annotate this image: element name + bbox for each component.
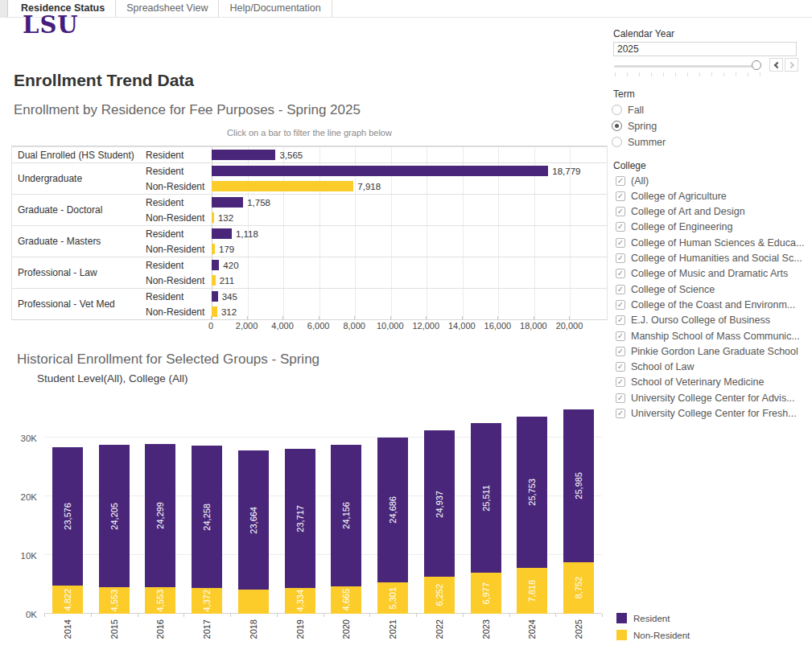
residence-type-label[interactable]: Non-Resident [146,306,212,318]
hist-bar-nonresident-segment[interactable]: 8,752 [563,562,594,614]
tab-help-documentation[interactable]: Help/Documentation [219,0,332,17]
row-group-header[interactable]: Dual Enrolled (HS Student) [12,147,146,162]
hist-bar-nonresident-segment[interactable]: 6,977 [471,573,501,614]
residence-type-label[interactable]: Resident [146,197,212,208]
historical-chart: 0K10K20K30K23,5764,82224,2054,55324,2994… [44,394,602,614]
hist-bar[interactable]: 25,7537,818 [517,417,547,614]
hist-bar-resident-segment[interactable]: 25,753 [517,417,547,568]
residence-type-label[interactable]: Non-Resident [146,181,212,192]
hist-bar-resident-segment[interactable]: 23,664 [238,450,269,590]
residence-bar[interactable] [212,166,548,176]
college-checkbox-item[interactable]: ✓E.J. Ourso College of Business [616,314,770,327]
residence-bar[interactable] [212,306,217,317]
row-group-header[interactable]: Undergraduate [12,163,146,194]
hist-bar[interactable]: 24,2054,553 [99,445,130,614]
residence-type-label[interactable]: Resident [146,260,212,271]
hist-bar-nonresident-segment[interactable]: 6,252 [424,577,455,614]
residence-type-label[interactable]: Resident [146,291,212,302]
hist-bar[interactable]: 24,6865,301 [377,438,408,614]
residence-bar-cell: 132 [212,210,607,225]
hist-bar-nonresident-segment[interactable]: 4,822 [52,586,83,614]
residence-type-label[interactable]: Non-Resident [146,212,212,224]
hist-bar[interactable]: 24,2994,553 [145,444,175,614]
term-radio-spring[interactable]: Spring [612,119,657,133]
college-checkbox-item[interactable]: ✓University College Center for Advis... [616,391,795,405]
hist-bar-nonresident-segment[interactable] [238,590,269,614]
hist-bar-nonresident-segment[interactable]: 4,553 [145,587,175,614]
nonresident-segment-label: 4,372 [202,590,212,612]
residence-bar[interactable] [212,244,215,254]
hist-bar-nonresident-segment[interactable]: 4,334 [285,588,315,614]
residence-bar[interactable] [212,228,232,239]
college-checkbox-item[interactable]: ✓School of Veterinary Medicine [616,376,764,389]
year-next-button[interactable] [785,58,798,72]
college-checkbox-item[interactable]: ✓Pinkie Gordon Lane Graduate School [616,344,798,358]
row-group-header[interactable]: Professional - Vet Med [12,289,146,319]
hist-bar[interactable]: 23,5764,822 [52,447,83,614]
term-radio-fall[interactable]: Fall [612,103,644,117]
row-group-header[interactable]: Professional - Law [12,257,146,288]
college-checkbox-item[interactable]: ✓College of Humanities and Social Sc... [616,252,802,265]
college-checkbox-item[interactable]: ✓Manship School of Mass Communic... [616,329,800,343]
hist-bar-nonresident-segment[interactable]: 7,818 [517,568,547,614]
college-checkbox-item[interactable]: ✓College of the Coast and Environm... [616,298,795,311]
calendar-year-slider-knob[interactable] [752,60,761,70]
hist-bar[interactable]: 24,1564,665 [331,445,361,614]
tab-scroll-stub[interactable] [0,0,8,17]
residence-type-label[interactable]: Non-Resident [146,244,212,255]
hist-bar[interactable]: 24,9376,252 [424,430,455,614]
hist-bar-nonresident-segment[interactable]: 4,665 [331,586,361,614]
hist-bar[interactable]: 25,9858,752 [563,409,594,614]
residence-bar[interactable] [212,181,353,191]
calendar-year-input[interactable] [613,42,797,56]
hist-bar-resident-segment[interactable]: 25,985 [563,409,594,562]
term-radio-summer[interactable]: Summer [612,135,666,149]
residence-bar[interactable] [212,275,216,286]
hist-bar-resident-segment[interactable]: 24,205 [99,445,130,587]
hist-bar-resident-segment[interactable]: 24,299 [145,444,175,586]
hist-bar-resident-segment[interactable]: 25,511 [471,423,501,573]
college-checkbox-item[interactable]: ✓College of Agriculture [616,189,727,203]
hist-bar-resident-segment[interactable]: 24,156 [331,445,361,586]
college-checkbox-item[interactable]: ✓College of Art and Design [616,205,745,219]
checkbox-icon: ✓ [616,222,625,232]
hist-bar-nonresident-segment[interactable]: 4,372 [192,588,222,614]
college-checkbox-item[interactable]: ✓College of Music and Dramatic Arts [616,267,788,281]
college-checkbox-item[interactable]: ✓University College Center for Fresh... [616,407,797,421]
hist-bar-resident-segment[interactable]: 24,686 [377,438,408,582]
residence-sub-row: Non-Resident132 [146,210,607,225]
hist-bar[interactable]: 23,664 [238,450,269,614]
residence-type-label[interactable]: Resident [146,150,212,161]
hist-bar[interactable]: 23,7174,334 [285,449,315,614]
year-previous-button[interactable] [769,58,783,72]
calendar-year-slider-track[interactable] [614,65,757,68]
row-group-header[interactable]: Graduate - Doctoral [12,195,146,225]
college-checkbox-item[interactable]: ✓(All) [616,174,649,187]
college-label: College [613,160,646,171]
college-checkbox-item[interactable]: ✓College of Engineering [616,220,732,234]
college-checkbox-item[interactable]: ✓College of Human Sciences & Educa... [616,236,804,249]
residence-type-label[interactable]: Non-Resident [146,275,212,286]
hist-bar-resident-segment[interactable]: 24,258 [192,446,222,588]
tab-spreadsheet-view[interactable]: Spreadsheet View [116,0,219,17]
residence-bar[interactable] [212,197,243,208]
college-checkbox-item[interactable]: ✓College of Science [616,282,715,296]
residence-bar[interactable] [212,212,214,223]
hist-bar-resident-segment[interactable]: 23,576 [52,447,83,586]
hist-bar[interactable]: 24,2584,372 [192,446,222,614]
bar-value-label: 18,779 [552,166,580,176]
residence-type-label[interactable]: Resident [146,166,212,177]
residence-bar[interactable] [212,260,219,270]
residence-bar[interactable] [212,150,275,160]
checkbox-label: School of Law [631,361,695,372]
hist-bar-nonresident-segment[interactable]: 4,553 [99,587,130,614]
row-group-header[interactable]: Graduate - Masters [12,226,146,257]
hist-bar-resident-segment[interactable]: 23,717 [285,449,315,588]
hist-bar-resident-segment[interactable]: 24,937 [424,430,455,577]
hist-bar-nonresident-segment[interactable]: 5,301 [377,582,408,614]
slider-tick-mark [723,72,724,76]
college-checkbox-item[interactable]: ✓School of Law [616,360,695,374]
residence-bar[interactable] [212,291,218,302]
residence-type-label[interactable]: Resident [146,228,212,240]
hist-bar[interactable]: 25,5116,977 [471,423,501,614]
